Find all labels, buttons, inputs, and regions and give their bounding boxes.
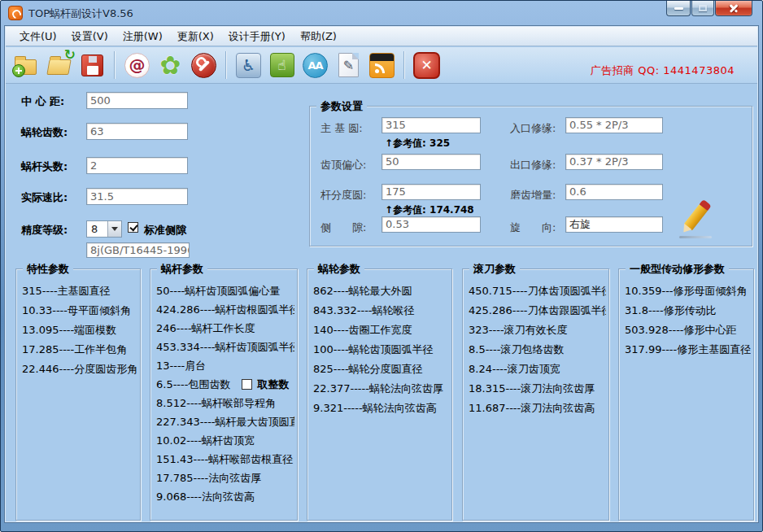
param-row: 9.321-----蜗轮法向弦齿高 — [313, 399, 449, 418]
param-row: 11.687----滚刀法向弦齿高 — [469, 399, 606, 418]
param-row: 18.315----滚刀法向弦齿厚 — [469, 379, 606, 399]
param-row: 13----肩台 — [156, 356, 294, 375]
gear-flower-icon: ✿ — [157, 51, 185, 79]
combo-dropdown-button[interactable] — [107, 221, 121, 237]
standard-backlash-checkbox[interactable] — [128, 222, 138, 233]
minimize-button[interactable] — [666, 1, 691, 16]
exit-button[interactable]: ✕ — [412, 50, 442, 81]
param-row: 13.095----端面模数 — [22, 321, 137, 340]
entry-relief-input[interactable]: 0.55 * 2P/3 — [565, 117, 663, 133]
menu-register[interactable]: 注册(W) — [116, 28, 170, 46]
param-row: 22.377-----蜗轮法向弦齿厚 — [313, 379, 449, 399]
param-row: 227.343----蜗杆最大齿顶圆直 — [156, 412, 294, 431]
pencil-icon — [684, 203, 708, 230]
spiral-icon: @ — [124, 53, 150, 78]
font-settings-button[interactable]: AA — [300, 50, 330, 81]
ad-contact-text: 广告招商 QQ: 1441473804 — [591, 63, 735, 78]
param-row: 862----蜗轮最大外圆 — [313, 281, 449, 301]
floppy-disk-icon — [81, 55, 103, 76]
round-to-integer-checkbox[interactable] — [242, 379, 252, 390]
param-row: 8.24----滚刀齿顶宽 — [469, 360, 606, 379]
menu-bar: 文件(U) 设置(V) 注册(W) 更新(X) 设计手册(Y) 帮助(Z) — [6, 27, 757, 46]
param-row: 825----蜗轮分度圆直径 — [313, 360, 449, 379]
pencil-shadow — [679, 236, 712, 238]
approve-button[interactable]: ☝ — [267, 50, 297, 81]
menu-update[interactable]: 更新(X) — [170, 28, 221, 46]
exit-relief-input[interactable]: 0.37 * 2P/3 — [565, 154, 663, 170]
param-row: 450.715----刀体齿顶圆弧半径 — [469, 281, 606, 301]
param-settings-title: 参数设置 — [316, 99, 367, 114]
hand-direction-input[interactable]: 右旋 — [565, 216, 663, 233]
wheelchair-icon: ♿ — [236, 53, 261, 78]
worm-design-button[interactable]: @ — [122, 50, 152, 81]
worm-pitch-circle-input[interactable]: 175 — [382, 184, 481, 200]
hob-params-title: 滚刀参数 — [469, 262, 520, 277]
app-window: TOP蜗杆副设计V8.56 文件(U) 设置(V) 注册(W) 更新(X) 设计… — [0, 0, 763, 532]
worm-pitch-circle-hint: ↑参考值: 174.748 — [385, 203, 474, 217]
hand-direction-label: 旋 向: — [510, 220, 556, 235]
rss-dot — [375, 69, 379, 73]
tools-button[interactable] — [189, 50, 219, 81]
window-frame: 文件(U) 设置(V) 注册(W) 更新(X) 设计手册(Y) 帮助(Z) ↻ … — [4, 25, 759, 523]
center-distance-label: 中 心 距: — [21, 94, 64, 109]
rss-icon — [369, 53, 395, 78]
edit-pencil-button[interactable] — [678, 203, 713, 240]
param-row: 317.99----修形主基圆直径 — [625, 340, 751, 360]
precision-standard-input[interactable]: 8j(GB/T16445-1996) — [86, 242, 190, 258]
open-arrow-icon: ↻ — [64, 49, 76, 60]
maximize-button[interactable] — [691, 1, 714, 16]
param-row: 9.068----法向弦齿高 — [156, 487, 294, 506]
actual-ratio-input[interactable]: 31.5 — [86, 188, 188, 205]
menu-settings[interactable]: 设置(V) — [64, 28, 116, 46]
menu-design-manual[interactable]: 设计手册(Y) — [221, 28, 293, 46]
new-folder-icon — [15, 59, 37, 75]
tip-eccentricity-label: 齿顶偏心: — [320, 158, 366, 172]
param-row: 10.359---修形母面倾斜角 — [625, 281, 751, 301]
param-row: 10.33----母平面倾斜角 — [22, 301, 137, 321]
wrench-icon — [191, 53, 216, 78]
worm-wheel-params-group: 蜗轮参数 862----蜗轮最大外圆 843.332----蜗轮喉径 140--… — [307, 268, 452, 521]
param-row: 323----滚刀有效长度 — [469, 321, 606, 340]
worm-gear-teeth-label: 蜗轮齿数: — [21, 125, 68, 140]
param-row: 17.285----工作半包角 — [22, 340, 137, 360]
close-button[interactable] — [715, 1, 752, 16]
worm-pitch-circle-label: 杆分度圆: — [320, 188, 366, 203]
precision-grade-select[interactable]: 8 — [86, 220, 122, 238]
param-row: 8.5----滚刀包络齿数 — [469, 340, 606, 360]
client-area: 中 心 距: 500 蜗轮齿数: 63 蜗杆头数: 2 实际速比: 31.5 精… — [6, 84, 757, 521]
worm-starts-label: 蜗杆头数: — [21, 159, 68, 174]
menu-help[interactable]: 帮助(Z) — [293, 28, 344, 46]
design-document-button[interactable]: ✎ — [334, 50, 364, 81]
param-row: 22.446----分度圆齿形角 — [22, 360, 137, 379]
main-base-circle-hint: ↑参考值: 325 — [385, 137, 450, 150]
thumbs-up-icon: ☝ — [270, 53, 294, 77]
tip-eccentricity-input[interactable]: 50 — [382, 154, 481, 170]
param-row: 10.02----蜗杆齿顶宽 — [156, 431, 294, 450]
menu-file[interactable]: 文件(U) — [12, 28, 64, 46]
rss-feed-button[interactable] — [367, 50, 397, 81]
backlash-input[interactable]: 0.53 — [382, 216, 481, 233]
param-row: 50----蜗杆齿顶圆弧偏心量 — [156, 281, 294, 300]
worm-gear-teeth-input[interactable]: 63 — [86, 123, 188, 140]
document-pencil-icon: ✎ — [338, 53, 359, 77]
param-row: 453.334----蜗杆齿顶圆弧半径 — [156, 338, 294, 356]
new-file-button[interactable] — [11, 50, 41, 81]
toolbar-separator — [114, 51, 116, 79]
worm-starts-input[interactable]: 2 — [86, 157, 188, 174]
gear-design-button[interactable]: ✿ — [155, 50, 185, 81]
accessibility-settings-button[interactable]: ♿ — [233, 50, 264, 81]
param-row: 843.332----蜗轮喉径 — [313, 301, 449, 321]
main-base-circle-input[interactable]: 315 — [382, 117, 481, 133]
grinding-allowance-input[interactable]: 0.6 — [565, 184, 663, 200]
hob-params-group: 滚刀参数 450.715----刀体齿顶圆弧半径 425.286----刀体齿跟… — [462, 268, 609, 521]
param-row: 140----齿圈工作宽度 — [313, 321, 449, 340]
plus-icon — [12, 64, 25, 77]
param-row: 6.5----包围齿数 — [156, 378, 230, 390]
worm-wheel-params-title: 蜗轮参数 — [314, 262, 364, 277]
param-row: 8.512----蜗杆喉部导程角 — [156, 394, 294, 412]
title-bar[interactable]: TOP蜗杆副设计V8.56 — [1, 1, 762, 25]
save-button[interactable] — [77, 50, 107, 81]
font-icon: AA — [303, 53, 328, 78]
center-distance-input[interactable]: 500 — [86, 92, 188, 109]
open-file-button[interactable]: ↻ — [44, 50, 74, 81]
